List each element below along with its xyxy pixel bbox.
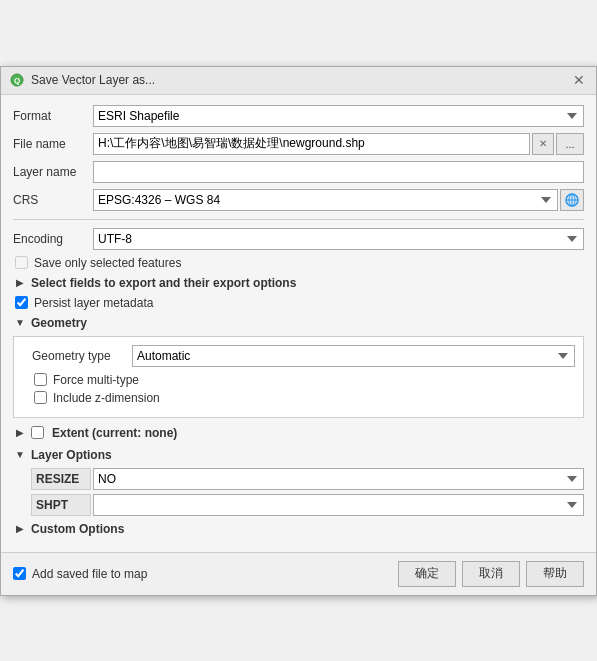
crs-select[interactable]: EPSG:4326 – WGS 84 (93, 189, 558, 211)
encoding-label: Encoding (13, 232, 93, 246)
main-window: Q Save Vector Layer as... ✕ Format ESRI … (0, 66, 597, 596)
app-icon: Q (9, 72, 25, 88)
globe-icon (564, 192, 580, 208)
title-bar: Q Save Vector Layer as... ✕ (1, 67, 596, 95)
layer-options-arrow (13, 448, 27, 462)
force-multi-row: Force multi-type (32, 373, 575, 387)
geometry-type-row: Geometry type AutomaticPointLineStringPo… (32, 345, 575, 367)
ok-button[interactable]: 确定 (398, 561, 456, 587)
browse-button[interactable]: ... (556, 133, 584, 155)
layer-options-content: RESIZE NOYES SHPT (13, 468, 584, 516)
add-to-map-group: Add saved file to map (13, 567, 392, 581)
layername-label: Layer name (13, 165, 93, 179)
custom-options-header[interactable]: Custom Options (13, 520, 584, 538)
save-selected-row: Save only selected features (13, 256, 584, 270)
geometry-subsection: Geometry type AutomaticPointLineStringPo… (13, 336, 584, 418)
resize-option-row: RESIZE NOYES (31, 468, 584, 490)
shpt-key: SHPT (31, 494, 91, 516)
close-button[interactable]: ✕ (570, 71, 588, 89)
persist-metadata-label: Persist layer metadata (34, 296, 153, 310)
layer-options-label: Layer Options (31, 448, 112, 462)
include-z-checkbox[interactable] (34, 391, 47, 404)
bottom-bar: Add saved file to map 确定 取消 帮助 (1, 552, 596, 595)
crs-row: CRS EPSG:4326 – WGS 84 (13, 189, 584, 211)
shpt-val (93, 494, 584, 516)
format-control: ESRI ShapefileGeoJSONKMLCSVGeoPackage (93, 105, 584, 127)
layername-control (93, 161, 584, 183)
crs-group: EPSG:4326 – WGS 84 (93, 189, 584, 211)
extent-arrow (13, 426, 27, 440)
filename-label: File name (13, 137, 93, 151)
force-multi-checkbox[interactable] (34, 373, 47, 386)
layername-row: Layer name (13, 161, 584, 183)
encoding-select[interactable]: UTF-8GBKGB2312ISO-8859-1 (93, 228, 584, 250)
select-fields-arrow (13, 276, 27, 290)
extent-label: Extent (current: none) (52, 426, 177, 440)
encoding-row: Encoding UTF-8GBKGB2312ISO-8859-1 (13, 228, 584, 250)
geometry-arrow (13, 316, 27, 330)
shpt-option-row: SHPT (31, 494, 584, 516)
custom-options-arrow (13, 522, 27, 536)
layer-options-header[interactable]: Layer Options (13, 446, 584, 464)
encoding-control: UTF-8GBKGB2312ISO-8859-1 (93, 228, 584, 250)
clear-filename-button[interactable]: ✕ (532, 133, 554, 155)
save-selected-checkbox[interactable] (15, 256, 28, 269)
format-row: Format ESRI ShapefileGeoJSONKMLCSVGeoPac… (13, 105, 584, 127)
filename-control: ✕ ... (93, 133, 584, 155)
geometry-type-select[interactable]: AutomaticPointLineStringPolygonMultiPoin… (132, 345, 575, 367)
geometry-section-header[interactable]: Geometry (13, 314, 584, 332)
geometry-section-label: Geometry (31, 316, 87, 330)
include-z-label: Include z-dimension (53, 391, 160, 405)
extent-section-header[interactable]: Extent (current: none) (13, 424, 584, 442)
separator-1 (13, 219, 584, 220)
filename-input[interactable] (93, 133, 530, 155)
resize-val: NOYES (93, 468, 584, 490)
add-to-map-label: Add saved file to map (32, 567, 147, 581)
form-content: Format ESRI ShapefileGeoJSONKMLCSVGeoPac… (1, 95, 596, 552)
extent-checkbox[interactable] (31, 426, 44, 439)
crs-control: EPSG:4326 – WGS 84 (93, 189, 584, 211)
persist-metadata-checkbox[interactable] (15, 296, 28, 309)
format-select[interactable]: ESRI ShapefileGeoJSONKMLCSVGeoPackage (93, 105, 584, 127)
crs-globe-button[interactable] (560, 189, 584, 211)
help-button[interactable]: 帮助 (526, 561, 584, 587)
resize-key: RESIZE (31, 468, 91, 490)
layername-input[interactable] (93, 161, 584, 183)
add-to-map-checkbox[interactable] (13, 567, 26, 580)
persist-metadata-row: Persist layer metadata (13, 296, 584, 310)
svg-text:Q: Q (14, 76, 20, 85)
force-multi-label: Force multi-type (53, 373, 139, 387)
window-title: Save Vector Layer as... (31, 73, 570, 87)
geometry-type-control: AutomaticPointLineStringPolygonMultiPoin… (132, 345, 575, 367)
geometry-type-label: Geometry type (32, 349, 132, 363)
select-fields-label: Select fields to export and their export… (31, 276, 296, 290)
include-z-row: Include z-dimension (32, 391, 575, 405)
cancel-button[interactable]: 取消 (462, 561, 520, 587)
resize-select[interactable]: NOYES (93, 468, 584, 490)
filename-row: File name ✕ ... (13, 133, 584, 155)
format-label: Format (13, 109, 93, 123)
extent-label-group: Extent (current: none) (31, 426, 177, 440)
crs-label: CRS (13, 193, 93, 207)
shpt-select[interactable] (93, 494, 584, 516)
select-fields-header[interactable]: Select fields to export and their export… (13, 274, 584, 292)
file-input-group: ✕ ... (93, 133, 584, 155)
save-selected-label: Save only selected features (34, 256, 181, 270)
custom-options-label: Custom Options (31, 522, 124, 536)
